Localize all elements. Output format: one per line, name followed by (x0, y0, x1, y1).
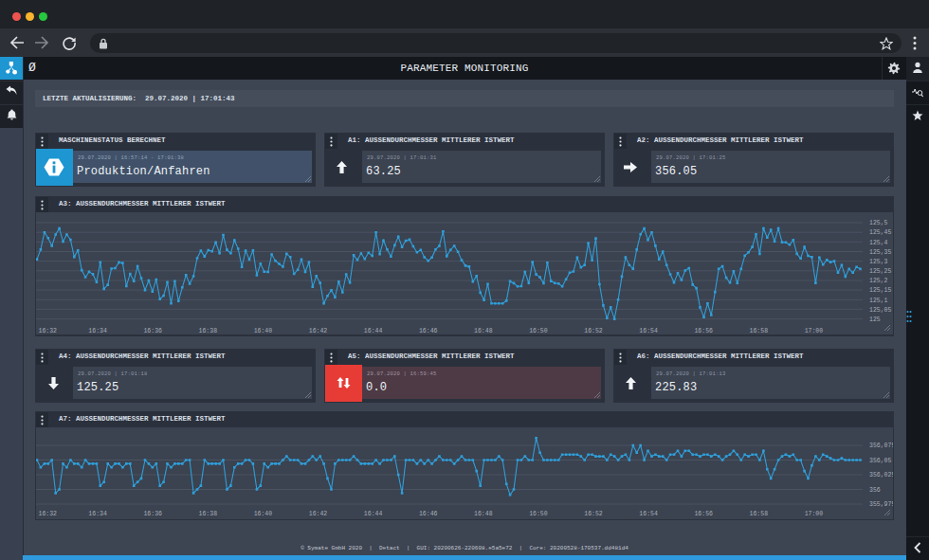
svg-text:16:44: 16:44 (364, 511, 383, 517)
svg-text:16:54: 16:54 (639, 511, 658, 517)
svg-text:17:00: 17:00 (805, 511, 824, 517)
svg-text:16:40: 16:40 (254, 511, 273, 517)
svg-text:16:58: 16:58 (750, 328, 769, 334)
svg-text:125,5: 125,5 (869, 220, 888, 226)
svg-text:356,025: 356,025 (869, 472, 893, 479)
svg-text:125,2: 125,2 (869, 278, 888, 284)
svg-text:125,1: 125,1 (869, 298, 888, 304)
svg-text:16:36: 16:36 (143, 328, 162, 334)
svg-text:16:38: 16:38 (199, 328, 218, 334)
svg-text:16:42: 16:42 (309, 328, 328, 334)
svg-text:16:36: 16:36 (143, 511, 162, 517)
svg-text:16:44: 16:44 (364, 328, 383, 334)
svg-text:356: 356 (869, 487, 881, 494)
svg-text:16:34: 16:34 (88, 328, 107, 334)
svg-text:125,25: 125,25 (869, 268, 892, 275)
svg-text:125,3: 125,3 (869, 259, 888, 265)
svg-text:356,075: 356,075 (869, 443, 893, 449)
svg-text:16:48: 16:48 (474, 511, 493, 517)
svg-text:16:50: 16:50 (529, 328, 548, 334)
svg-text:16:32: 16:32 (39, 511, 58, 517)
svg-text:125: 125 (869, 316, 881, 323)
svg-text:16:46: 16:46 (419, 328, 438, 334)
svg-text:16:50: 16:50 (529, 511, 548, 517)
svg-text:16:46: 16:46 (419, 511, 438, 517)
svg-text:16:32: 16:32 (39, 328, 58, 334)
svg-text:16:38: 16:38 (199, 511, 218, 517)
svg-text:356,05: 356,05 (869, 458, 892, 464)
svg-text:16:52: 16:52 (584, 328, 603, 334)
svg-text:16:58: 16:58 (750, 511, 769, 517)
svg-text:125,15: 125,15 (869, 287, 892, 294)
svg-text:16:56: 16:56 (694, 511, 713, 517)
svg-text:355,975: 355,975 (869, 501, 893, 508)
svg-text:17:00: 17:00 (805, 328, 824, 334)
svg-text:125,05: 125,05 (869, 307, 892, 314)
svg-text:16:52: 16:52 (584, 511, 603, 517)
svg-text:16:42: 16:42 (309, 511, 328, 517)
svg-text:16:56: 16:56 (694, 328, 713, 334)
svg-text:125,4: 125,4 (869, 240, 888, 246)
svg-text:16:34: 16:34 (88, 511, 107, 517)
svg-text:16:40: 16:40 (254, 328, 273, 334)
svg-text:16:48: 16:48 (474, 328, 493, 334)
svg-text:125,45: 125,45 (869, 229, 892, 236)
svg-text:16:54: 16:54 (639, 328, 658, 334)
svg-text:125,35: 125,35 (869, 249, 892, 256)
